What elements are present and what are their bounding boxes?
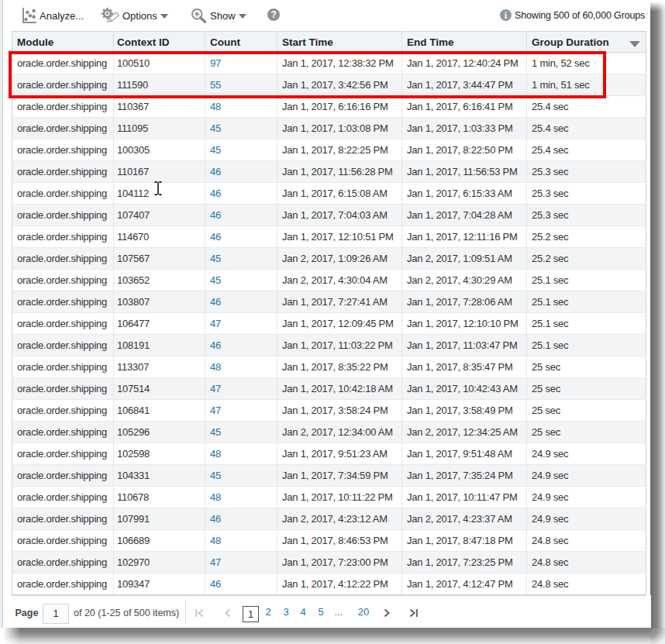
svg-text:?: ? (270, 10, 277, 21)
